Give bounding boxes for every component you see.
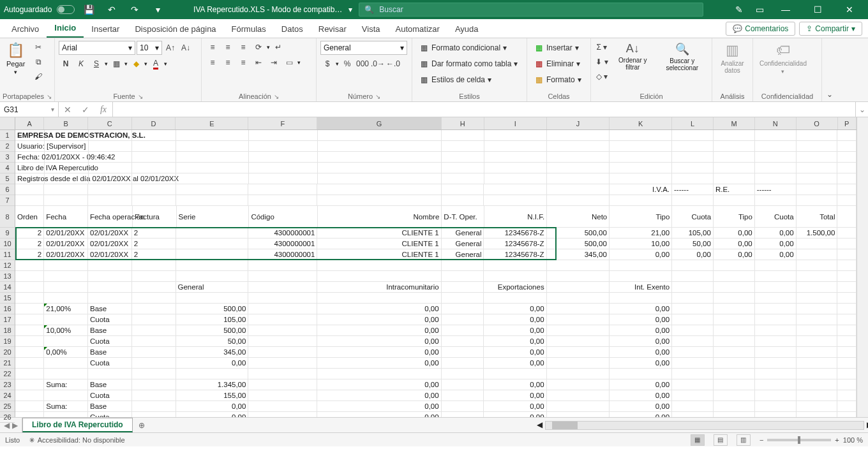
cell[interactable]: 4300000001 (248, 249, 317, 260)
cell[interactable] (44, 293, 88, 304)
cell[interactable] (248, 347, 317, 358)
cell[interactable] (714, 347, 755, 358)
cell[interactable] (672, 152, 714, 163)
cell[interactable] (132, 141, 176, 152)
cell[interactable] (248, 401, 317, 412)
cell[interactable] (176, 152, 249, 163)
cell[interactable] (249, 141, 318, 152)
cell[interactable] (837, 141, 857, 152)
cell[interactable]: 02/01/20XX (44, 239, 88, 249)
cell[interactable] (714, 141, 755, 152)
column-headers[interactable]: ABCDEFGHIJKLMNOP (15, 117, 857, 130)
cell[interactable] (672, 401, 714, 412)
align-bottom-icon[interactable]: ≡ (236, 41, 250, 54)
cell[interactable] (132, 130, 176, 141)
cell[interactable] (755, 325, 797, 336)
cell[interactable]: Cuota (755, 206, 797, 228)
cell[interactable]: Libro de IVA Repercutido (15, 163, 45, 173)
cell[interactable]: 2 (15, 239, 44, 249)
cell[interactable]: General (442, 249, 484, 260)
cell[interactable] (797, 195, 838, 206)
select-all-corner[interactable] (0, 117, 15, 130)
cell[interactable]: ------ (672, 184, 714, 195)
cell[interactable] (176, 239, 249, 249)
cell[interactable] (755, 412, 797, 417)
cell[interactable] (15, 304, 44, 314)
cell[interactable] (45, 152, 89, 163)
cell[interactable]: Suma: (44, 401, 88, 412)
cell[interactable]: 0,00 (610, 379, 672, 390)
cell[interactable] (547, 358, 610, 369)
cell[interactable] (797, 184, 838, 195)
cell[interactable] (132, 163, 176, 173)
cell[interactable] (672, 130, 714, 141)
cell[interactable] (610, 152, 672, 163)
cell[interactable]: 0,00 (610, 336, 672, 347)
cell[interactable]: 0,00 (755, 249, 797, 260)
cell[interactable] (442, 163, 484, 173)
cell[interactable] (88, 260, 132, 271)
cell[interactable] (755, 163, 797, 173)
cell[interactable] (442, 304, 484, 314)
fill-color-icon[interactable]: ◆ (129, 57, 143, 70)
cell[interactable]: 0,00 (176, 412, 249, 417)
cell[interactable] (714, 369, 755, 379)
cell[interactable] (484, 195, 546, 206)
cell[interactable] (672, 293, 714, 304)
cell[interactable] (44, 195, 88, 206)
cell[interactable] (755, 195, 797, 206)
cell[interactable] (15, 282, 44, 293)
cell[interactable]: 0,00 (610, 390, 672, 401)
cell[interactable]: 2 (15, 228, 44, 239)
cell[interactable] (132, 358, 176, 369)
cell[interactable] (610, 141, 672, 152)
cell[interactable] (88, 195, 132, 206)
cell[interactable] (672, 282, 714, 293)
cell[interactable]: 0,00% (44, 347, 88, 358)
cell[interactable] (837, 228, 857, 239)
cell[interactable] (714, 412, 755, 417)
expand-formula-bar-icon[interactable]: ⌄ (855, 102, 868, 117)
cell[interactable] (442, 401, 484, 412)
cell[interactable] (610, 130, 672, 141)
cell[interactable] (610, 173, 672, 184)
cell[interactable] (442, 347, 484, 358)
cell[interactable]: N.I.F. (484, 206, 547, 228)
cell[interactable] (88, 282, 132, 293)
cell[interactable] (132, 347, 176, 358)
column-header[interactable]: E (176, 117, 248, 129)
dialog-launcher-icon[interactable]: ↘ (47, 93, 52, 100)
row-header[interactable]: 9 (0, 228, 15, 239)
row-header[interactable]: 2 (0, 141, 15, 152)
cell[interactable]: 1.500,00 (797, 228, 838, 239)
search-box[interactable]: 🔍 Buscar (359, 3, 703, 17)
cell[interactable] (132, 271, 176, 282)
cell[interactable]: 0,00 (484, 390, 546, 401)
cell[interactable] (837, 369, 857, 379)
cell[interactable]: 0,00 (610, 325, 672, 336)
column-header[interactable]: A (15, 117, 44, 129)
cell[interactable] (547, 379, 610, 390)
wrap-text-icon[interactable]: ↵ (271, 41, 285, 54)
cell[interactable] (755, 173, 797, 184)
close-button[interactable]: ✕ (835, 0, 864, 19)
copy-icon[interactable]: ⧉ (31, 55, 45, 68)
cell[interactable]: 500,00 (176, 325, 249, 336)
cell[interactable] (317, 369, 441, 379)
cell[interactable]: 0,00 (484, 358, 546, 369)
cell[interactable] (132, 304, 176, 314)
maximize-button[interactable]: ☐ (803, 0, 832, 19)
cell[interactable] (132, 173, 176, 184)
cell[interactable]: 12345678-Z (484, 228, 546, 239)
cell[interactable]: 0,00 (317, 401, 441, 412)
cell[interactable] (672, 271, 714, 282)
cell[interactable] (45, 130, 89, 141)
cell[interactable] (442, 152, 484, 163)
bold-button[interactable]: N (59, 57, 73, 70)
name-box[interactable]: G31 ▾ (0, 102, 59, 117)
cell[interactable] (132, 369, 176, 379)
align-left-icon[interactable]: ≡ (206, 56, 220, 69)
cell[interactable] (442, 293, 484, 304)
analyze-data-button[interactable]: ▥ Analizar datos (716, 41, 749, 75)
accounting-format-icon[interactable]: $ (320, 57, 334, 70)
